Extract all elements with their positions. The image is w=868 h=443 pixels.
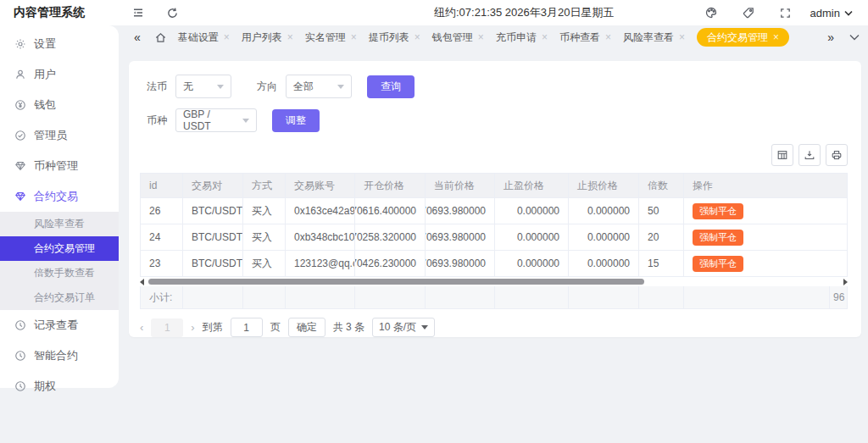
sidebar-item-options[interactable]: 期权 [0,371,119,401]
sidebar-item-contract-trading[interactable]: 合约交易 [0,181,119,212]
tab-withdraw-list[interactable]: 提币列表× [369,30,420,45]
close-icon[interactable]: × [679,31,685,43]
submenu-item-risk-rate[interactable]: 风险率查看 [0,212,119,236]
fiat-label: 法币 [147,80,167,94]
sidebar-item-wallet[interactable]: 钱包 [0,90,119,120]
scroll-right-arrow-icon[interactable] [843,279,848,285]
tag-icon[interactable] [736,0,761,25]
close-icon[interactable]: × [605,31,611,43]
sidebar-item-label: 管理员 [34,128,67,143]
sidebar-item-label: 钱包 [34,97,56,113]
table-header-row: id 交易对 方式 交易账号 开仓价格 当前价格 止盈价格 止损价格 倍数 操作 [141,174,847,197]
page-number-button[interactable]: 1 [151,318,183,337]
user-menu[interactable]: admin [810,7,853,19]
coin-select-value: GBP / USDT [183,108,236,132]
force-close-button[interactable]: 强制平仓 [693,256,743,272]
fullscreen-icon[interactable] [773,0,798,25]
adjust-button[interactable]: 调整 [272,109,320,132]
page-size-select[interactable]: 10 条/页 [372,318,435,337]
column-header: 交易对 [183,174,243,197]
caret-down-icon [844,10,853,16]
column-header: 方式 [243,174,286,197]
tab-deposit-requests[interactable]: 充币申请× [496,30,548,45]
collapse-menu-icon[interactable] [125,0,151,25]
scroll-left-arrow-icon[interactable] [140,279,144,285]
tabs-menu-icon[interactable] [849,34,860,41]
caret-down-icon [337,85,344,89]
sidebar-item-coin-management[interactable]: 币种管理 [0,151,119,181]
subtotal-row: 小计: 96 [140,286,848,309]
theme-palette-icon[interactable] [698,0,724,25]
tab-label: 基础设置 [178,30,219,45]
tab-label: 提币列表 [369,30,409,45]
scrollbar-thumb[interactable] [148,279,644,285]
home-icon[interactable] [154,31,167,44]
close-icon[interactable]: × [351,31,357,43]
print-icon[interactable] [826,144,848,166]
direction-select[interactable]: 全部 [286,75,352,98]
goto-label: 到第 [203,320,223,335]
direction-select-value: 全部 [293,80,314,94]
export-icon[interactable] [798,144,821,166]
refresh-icon[interactable] [159,0,185,25]
fiat-select-value: 无 [183,80,193,94]
prev-page-icon[interactable]: ‹ [140,321,143,334]
tab-contract-trade-management[interactable]: 合约交易管理× [697,28,789,47]
page-size-value: 10 条/页 [379,320,416,335]
cell-id: 24 [141,224,183,250]
force-close-button[interactable]: 强制平仓 [693,203,743,219]
sidebar-item-records[interactable]: 记录查看 [0,310,119,341]
sidebar-item-settings[interactable]: 设置 [0,29,119,59]
tab-kyc-management[interactable]: 实名管理× [305,30,357,45]
submenu-item-contract-trade-management[interactable]: 合约交易管理 [0,236,119,261]
history-icon [14,380,26,392]
tab-coin-view[interactable]: 币种查看× [559,30,611,45]
clock-datetime: 纽约:07:21:35 2026年3月20日星期五 [434,0,614,25]
tab-wallet-management[interactable]: 钱包管理× [432,30,484,45]
columns-icon[interactable] [771,144,793,166]
column-header: 交易账号 [286,174,355,197]
submenu-item-contract-orders[interactable]: 合约交易订单 [0,285,119,310]
close-icon[interactable]: × [773,31,779,43]
sidebar-item-admins[interactable]: 管理员 [0,120,119,151]
tabs-scroll-left-icon[interactable]: « [127,30,147,44]
content-card: 法币 无 方向 全部 查询 币种 GBP / USDT 调整 id [129,61,861,337]
sidebar-item-smart-contract[interactable]: 智能合约 [0,341,119,371]
tab-risk-rate-view[interactable]: 风险率查看× [623,30,685,45]
confirm-button[interactable]: 确定 [288,318,326,337]
close-icon[interactable]: × [415,31,420,43]
subtotal-label: 小计: [141,286,183,308]
close-icon[interactable]: × [224,31,230,43]
force-close-button[interactable]: 强制平仓 [693,230,743,246]
close-icon[interactable]: × [478,31,484,43]
tab-user-list[interactable]: 用户列表× [242,30,293,45]
tab-label: 实名管理 [305,30,346,45]
sidebar: 设置 用户 钱包 管理员 币种管理 合约交易 风险率查看 合约交易管理 倍数手数… [0,25,119,388]
cell-id: 23 [141,251,183,276]
search-button[interactable]: 查询 [367,75,415,98]
caret-down-icon [421,325,428,329]
cell-leverage: 20 [639,224,684,250]
tabs-scroll-right-icon[interactable]: » [821,30,841,44]
next-page-icon[interactable]: › [191,321,194,334]
table-row: 24 BTC/USDT 买入 0xb348cbc104... 70258.320… [141,224,847,250]
cell-open-price: 70616.400000 [355,198,426,224]
gear-icon [14,38,26,50]
positions-table: id 交易对 方式 交易账号 开仓价格 当前价格 止盈价格 止损价格 倍数 操作… [140,173,848,277]
close-icon[interactable]: × [287,31,293,43]
sidebar-item-users[interactable]: 用户 [0,59,119,90]
tab-basic-settings[interactable]: 基础设置× [178,30,230,45]
cell-open-price: 70426.230000 [355,251,426,276]
cell-stop-loss: 0.000000 [569,224,639,250]
filter-row-2: 币种 GBP / USDT 调整 [140,108,850,132]
cell-current-price: 70693.980000 [426,251,495,276]
coin-label: 币种 [147,114,167,128]
close-icon[interactable]: × [542,31,548,43]
coin-select[interactable]: GBP / USDT [175,108,257,132]
table-row: 26 BTC/USDT 买入 0x163ce42a9b... 70616.400… [141,197,847,224]
fiat-select[interactable]: 无 [175,75,231,98]
horizontal-scrollbar[interactable] [140,277,848,286]
submenu-item-multiplier-lots[interactable]: 倍数手数查看 [0,261,119,285]
cell-take-profit: 0.000000 [495,198,569,224]
goto-page-input[interactable] [231,318,263,337]
